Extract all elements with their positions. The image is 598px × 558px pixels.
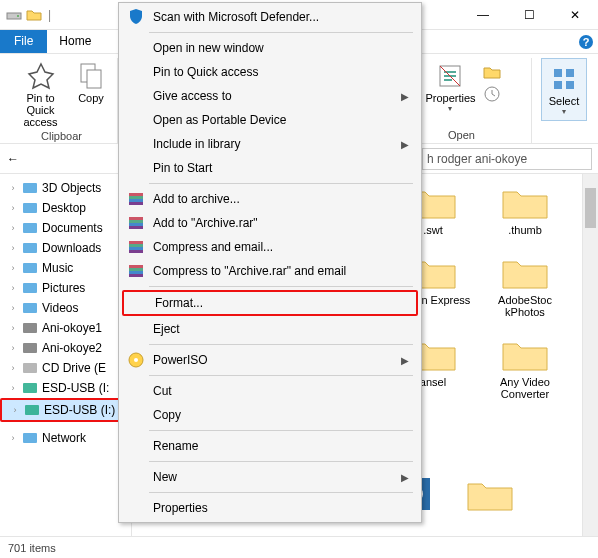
svg-rect-9 — [566, 69, 574, 77]
folder-item[interactable]: .thumb — [486, 182, 564, 236]
svg-rect-10 — [554, 81, 562, 89]
tree-item-network[interactable]: › Network — [0, 428, 131, 448]
doc-icon — [22, 220, 38, 236]
history-icon[interactable] — [482, 84, 502, 104]
tree-item-label: ESD-USB (I:) — [44, 403, 115, 417]
help-icon[interactable]: ? — [574, 30, 598, 53]
context-item-properties[interactable]: Properties — [119, 496, 421, 520]
scrollbar-thumb[interactable] — [585, 188, 596, 228]
svg-rect-20 — [23, 343, 37, 353]
home-tab[interactable]: Home — [47, 30, 103, 53]
tree-item-esd-usb-i-[interactable]: › ESD-USB (I: — [0, 378, 131, 398]
close-button[interactable]: ✕ — [552, 0, 598, 30]
context-item-compress-to-archive-rar-and-email[interactable]: Compress to "Archive.rar" and email — [119, 259, 421, 283]
chevron-right-icon: ▶ — [401, 139, 409, 150]
svg-text:?: ? — [583, 36, 590, 48]
context-item-eject[interactable]: Eject — [119, 317, 421, 341]
nav-back-button[interactable]: ← — [6, 152, 20, 166]
context-separator — [149, 430, 413, 431]
statusbar: 701 items — [0, 536, 598, 558]
context-item-cut[interactable]: Cut — [119, 379, 421, 403]
folder-item[interactable]: AdobeStoc kPhotos — [486, 252, 564, 318]
maximize-button[interactable]: ☐ — [506, 0, 552, 30]
svg-rect-48 — [129, 268, 143, 271]
search-box[interactable]: h rodger ani-okoye — [422, 148, 592, 170]
nav-tree[interactable]: › 3D Objects› Desktop› Documents› Downlo… — [0, 174, 132, 536]
context-item-compress-and-email[interactable]: Compress and email... — [119, 235, 421, 259]
svg-rect-19 — [23, 323, 37, 333]
tree-item-ani-okoye1[interactable]: › Ani-okoye1 — [0, 318, 131, 338]
properties-button[interactable]: Properties ▾ — [421, 58, 479, 115]
context-separator — [149, 183, 413, 184]
context-item-label: Properties — [153, 501, 208, 515]
net-icon — [22, 430, 38, 446]
context-item-add-to-archive[interactable]: Add to archive... — [119, 187, 421, 211]
tree-item-music[interactable]: › Music — [0, 258, 131, 278]
context-item-label: Include in library — [153, 137, 240, 151]
tree-item-videos[interactable]: › Videos — [0, 298, 131, 318]
svg-rect-8 — [554, 69, 562, 77]
tree-item-label: Videos — [42, 301, 78, 315]
context-item-poweriso[interactable]: PowerISO ▶ — [119, 348, 421, 372]
context-item-give-access-to[interactable]: Give access to ▶ — [119, 84, 421, 108]
context-item-scan-with-microsoft-defender[interactable]: Scan with Microsoft Defender... — [119, 5, 421, 29]
folder-icon[interactable] — [466, 474, 514, 514]
context-item-pin-to-quick-access[interactable]: Pin to Quick access — [119, 60, 421, 84]
svg-rect-40 — [129, 220, 143, 223]
svg-rect-43 — [129, 241, 143, 244]
svg-rect-16 — [23, 263, 37, 273]
file-tab[interactable]: File — [0, 30, 47, 53]
context-item-format[interactable]: Format... — [122, 290, 418, 316]
svg-rect-5 — [87, 70, 101, 88]
context-item-new[interactable]: New ▶ — [119, 465, 421, 489]
context-item-open-as-portable-device[interactable]: Open as Portable Device — [119, 108, 421, 132]
tree-item-documents[interactable]: › Documents — [0, 218, 131, 238]
svg-rect-13 — [23, 203, 37, 213]
context-item-rename[interactable]: Rename — [119, 434, 421, 458]
context-item-pin-to-start[interactable]: Pin to Start — [119, 156, 421, 180]
context-item-include-in-library[interactable]: Include in library ▶ — [119, 132, 421, 156]
svg-rect-49 — [129, 271, 143, 274]
blank-icon — [127, 320, 145, 338]
svg-rect-39 — [129, 217, 143, 220]
drive-icon — [22, 320, 38, 336]
context-separator — [149, 32, 413, 33]
svg-rect-23 — [25, 405, 39, 415]
tree-item-desktop[interactable]: › Desktop — [0, 198, 131, 218]
cube-icon — [22, 180, 38, 196]
tree-item-cd-drive-e[interactable]: › CD Drive (E — [0, 358, 131, 378]
select-button[interactable]: Select ▾ — [541, 58, 587, 121]
folder-label: ansel — [420, 376, 446, 388]
minimize-button[interactable]: — — [460, 0, 506, 30]
context-separator — [149, 344, 413, 345]
vertical-scrollbar[interactable] — [582, 174, 598, 536]
folder-item[interactable]: Any Video Converter — [486, 334, 564, 400]
svg-rect-44 — [129, 244, 143, 247]
folder-label: Any Video Converter — [500, 376, 550, 400]
context-separator — [149, 492, 413, 493]
svg-rect-15 — [23, 243, 37, 253]
rar-icon — [127, 238, 145, 256]
tree-item-pictures[interactable]: › Pictures — [0, 278, 131, 298]
tree-item-esd-usb-i-[interactable]: › ESD-USB (I:) — [0, 398, 131, 422]
blank-icon — [127, 135, 145, 153]
context-item-copy[interactable]: Copy — [119, 403, 421, 427]
pin-icon — [25, 60, 57, 92]
folder-icon — [501, 182, 549, 222]
folder-small-icon — [26, 7, 42, 23]
context-item-open-in-new-window[interactable]: Open in new window — [119, 36, 421, 60]
open-group-label: Open — [448, 129, 475, 143]
context-item-add-to-archive-rar[interactable]: Add to "Archive.rar" — [119, 211, 421, 235]
tree-item-ani-okoye2[interactable]: › Ani-okoye2 — [0, 338, 131, 358]
open-icon[interactable] — [482, 62, 502, 82]
svg-rect-12 — [23, 183, 37, 193]
tree-item-downloads[interactable]: › Downloads — [0, 238, 131, 258]
desktop-icon — [22, 200, 38, 216]
copy-button[interactable]: Copy — [71, 58, 111, 130]
pin-to-quick-access-button[interactable]: Pin to Quick access — [12, 58, 69, 130]
tree-item-3d-objects[interactable]: › 3D Objects — [0, 178, 131, 198]
context-item-label: Pin to Quick access — [153, 65, 258, 79]
context-item-label: Format... — [155, 296, 203, 310]
clipboard-group-label: Clipboar — [41, 130, 82, 144]
context-item-label: Scan with Microsoft Defender... — [153, 10, 319, 24]
